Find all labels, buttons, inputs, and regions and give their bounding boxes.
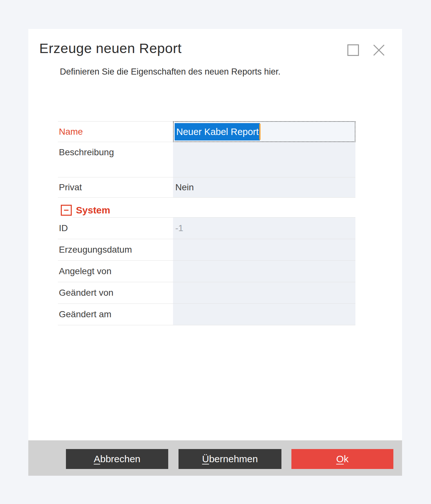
privat-input[interactable]: Nein (173, 177, 355, 197)
field-row-geaendert-am: Geändert am (58, 304, 355, 325)
id-label: ID (58, 218, 173, 239)
text-caret (259, 124, 261, 140)
uebernehmen-button[interactable]: Übernehmen (179, 449, 281, 469)
field-row-geaendert-von: Geändert von (58, 282, 355, 304)
property-grid: Name Neuer Kabel Report Beschreibung Pri… (58, 121, 355, 325)
abbrechen-label-rest: bbrechen (100, 454, 140, 464)
section-header-system: System (58, 203, 355, 218)
id-value: -1 (173, 218, 355, 239)
privat-label: Privat (58, 177, 173, 197)
abbrechen-mnemonic: A (94, 454, 100, 464)
ok-button[interactable]: Ok (291, 449, 393, 469)
section-divider (72, 217, 355, 218)
grid-spacer (58, 198, 355, 203)
dialog-subtitle: Definieren Sie die Eigenschaften des neu… (60, 67, 280, 77)
uebernehmen-mnemonic: Ü (202, 454, 209, 464)
section-title: System (76, 205, 110, 216)
angelegt-von-label: Angelegt von (58, 261, 173, 282)
window-controls (347, 44, 385, 57)
erzeugungsdatum-value (173, 239, 355, 260)
angelegt-von-value (173, 261, 355, 282)
name-label: Name (58, 122, 173, 142)
field-row-id: ID -1 (58, 218, 355, 239)
field-row-angelegt-von: Angelegt von (58, 261, 355, 282)
geaendert-am-label: Geändert am (58, 304, 173, 325)
geaendert-von-value (173, 282, 355, 303)
name-input[interactable]: Neuer Kabel Report (173, 121, 355, 142)
new-report-dialog: Erzeuge neuen Report Definieren Sie die … (28, 29, 402, 476)
field-row-name: Name Neuer Kabel Report (58, 122, 355, 142)
field-row-privat: Privat Nein (58, 177, 355, 198)
dialog-title: Erzeuge neuen Report (39, 40, 182, 56)
geaendert-von-label: Geändert von (58, 282, 173, 303)
field-row-erzeugungsdatum: Erzeugungsdatum (58, 239, 355, 261)
uebernehmen-label-rest: bernehmen (209, 454, 258, 464)
collapse-minus-icon[interactable] (61, 205, 72, 216)
ok-label-rest: k (344, 454, 349, 464)
geaendert-am-value (173, 304, 355, 325)
maximize-icon[interactable] (347, 44, 359, 56)
close-icon[interactable] (372, 44, 385, 57)
dialog-footer: Abbrechen Übernehmen Ok (28, 440, 402, 476)
beschreibung-label: Beschreibung (58, 142, 173, 177)
beschreibung-input[interactable] (173, 142, 355, 177)
selected-text: Neuer Kabel Report (175, 123, 260, 140)
field-row-beschreibung: Beschreibung (58, 142, 355, 177)
abbrechen-button[interactable]: Abbrechen (66, 449, 168, 469)
erzeugungsdatum-label: Erzeugungsdatum (58, 239, 173, 260)
ok-mnemonic: O (336, 454, 344, 464)
